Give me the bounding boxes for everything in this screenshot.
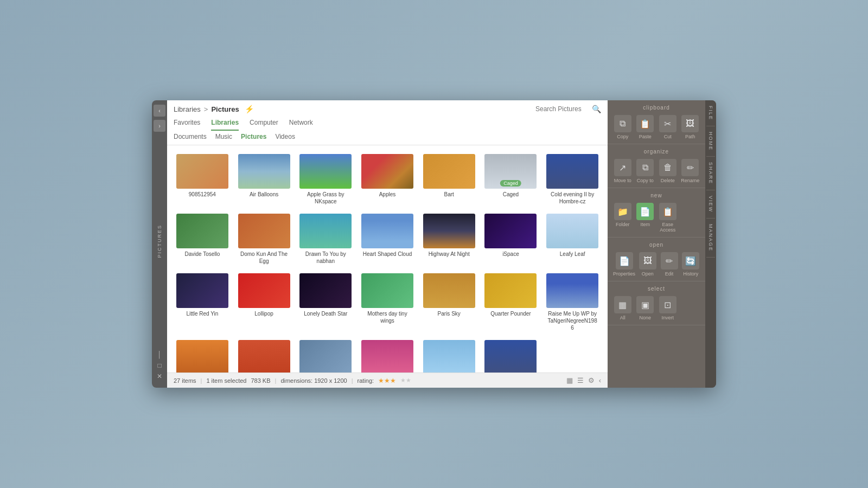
list-view-icon[interactable]: ☰ (577, 376, 584, 384)
file-item[interactable]: by Optiv (482, 338, 540, 373)
new-item-button[interactable]: 📄 Item (636, 203, 655, 233)
file-grid: 908512954Air BalloonsApple Grass by NKsp… (174, 152, 601, 373)
tab-manage[interactable]: MANAGE (706, 219, 715, 258)
copy-button[interactable]: ⧉ Copy (613, 115, 633, 139)
file-name: Little Red Yin (186, 310, 218, 317)
file-item[interactable]: Apples (359, 152, 416, 207)
search-icon[interactable]: 🔍 (592, 105, 601, 113)
file-item[interactable]: Highway At Night (420, 211, 478, 267)
stars-filled[interactable]: ★★★ (378, 377, 396, 384)
file-thumbnail (361, 340, 413, 373)
file-item[interactable]: 908512954 (174, 152, 231, 207)
nav-tabs: Favorites Libraries Computer Network (174, 117, 601, 131)
file-item[interactable]: Raise Me Up WP by TaNgeriNegreeN1986 (544, 271, 601, 333)
file-name: 908512954 (189, 191, 216, 198)
section-label: PICTURES (157, 224, 162, 258)
tab-home[interactable]: HOME (706, 126, 715, 157)
file-item[interactable]: Way To Nowhere (420, 338, 478, 373)
file-thumbnail (423, 340, 475, 373)
tab-file[interactable]: FILE (706, 100, 715, 126)
file-item[interactable]: Through The (297, 338, 354, 373)
file-item[interactable]: Paris Sky (420, 271, 478, 333)
file-item[interactable]: Little Red Yin (174, 271, 231, 333)
refresh-icon[interactable]: ⚡ (245, 105, 254, 113)
open-button[interactable]: 🖼 Open (639, 252, 657, 277)
breadcrumb-current[interactable]: Pictures (211, 105, 239, 113)
settings-icon[interactable]: ⚙ (588, 376, 595, 384)
file-item[interactable]: Lonely Death Star (297, 271, 354, 333)
caged-badge: Caged (500, 180, 521, 187)
tab-network[interactable]: Network (289, 117, 313, 131)
tab-computer[interactable]: Computer (250, 117, 278, 131)
organize-title: organize (613, 149, 700, 155)
file-item[interactable]: Heart Shaped Cloud (359, 211, 416, 267)
copy-to-button[interactable]: ⧉ Copy to (636, 159, 655, 183)
sub-tab-documents[interactable]: Documents (174, 132, 207, 142)
file-item[interactable]: iSpace (482, 211, 540, 267)
sub-tab-pictures[interactable]: Pictures (241, 132, 266, 142)
history-button[interactable]: 🔄 History (681, 252, 700, 277)
file-thumbnail (546, 154, 598, 189)
file-name: Paris Sky (438, 310, 461, 317)
file-name: Caged (503, 191, 519, 198)
properties-button[interactable]: 📄 Properties (613, 252, 635, 277)
rename-button[interactable]: ✏ Rename (681, 159, 700, 183)
delete-button[interactable]: 🗑 Delete (658, 159, 678, 183)
tab-share[interactable]: SHARE (706, 157, 715, 190)
collapse-icon[interactable]: ‹ (599, 376, 601, 384)
select-all-button[interactable]: ▦ All (613, 296, 633, 320)
sub-tabs: Documents Music Pictures Videos (174, 131, 601, 145)
cut-button[interactable]: ✂ Cut (658, 115, 678, 139)
back-button[interactable]: ‹ (154, 105, 165, 117)
file-thumbnail (299, 340, 352, 373)
file-item[interactable]: Leafy Leaf (544, 211, 601, 267)
close-icon[interactable]: ✕ (157, 373, 162, 380)
file-item[interactable]: Bart (420, 152, 478, 207)
grid-view-icon[interactable]: ▦ (566, 376, 573, 384)
file-item[interactable]: Quarter Pounder (482, 271, 540, 333)
file-thumbnail (238, 154, 290, 189)
ease-access-button[interactable]: 📋 Ease Access (658, 203, 678, 233)
file-thumbnail (361, 273, 413, 308)
breadcrumb-parent[interactable]: Libraries (174, 105, 201, 113)
file-item[interactable]: Mothers day tiny wings (359, 271, 416, 333)
vertical-tabs: FILE HOME SHARE VIEW MANAGE (705, 100, 716, 388)
file-item[interactable]: Air Balloons (235, 152, 293, 207)
sub-tab-videos[interactable]: Videos (275, 132, 295, 142)
tab-view[interactable]: VIEW (706, 190, 715, 219)
file-grid-container[interactable]: 908512954Air BalloonsApple Grass by NKsp… (167, 145, 608, 373)
file-item[interactable]: Domo Kun And The Egg (235, 211, 293, 267)
file-item[interactable]: Lollipop (235, 271, 293, 333)
file-item[interactable]: The Portofino Bay (235, 338, 293, 373)
tab-favorites[interactable]: Favorites (174, 117, 200, 131)
select-none-button[interactable]: ▣ None (636, 296, 655, 320)
stars-empty[interactable]: ★★ (400, 377, 411, 384)
file-thumbnail (299, 214, 352, 248)
sub-tab-music[interactable]: Music (215, 132, 232, 142)
file-item[interactable]: Cold evening II by Hombre-cz (544, 152, 601, 207)
file-item[interactable]: Cinque Terre (174, 338, 231, 373)
move-to-button[interactable]: ↗ Move to (613, 159, 633, 183)
select-invert-button[interactable]: ⊡ Invert (658, 296, 678, 320)
rating-label: rating: (358, 377, 374, 384)
file-item[interactable]: CagedCaged (482, 152, 540, 207)
paste-button[interactable]: 📋 Paste (636, 115, 655, 139)
file-item[interactable]: Apple Grass by NKspace (297, 152, 354, 207)
maximize-icon[interactable]: □ (157, 362, 161, 369)
search-input[interactable] (535, 105, 590, 113)
edit-button[interactable]: ✏ Edit (660, 252, 679, 277)
file-thumbnail (484, 340, 537, 373)
forward-button[interactable]: › (154, 120, 165, 132)
path-button[interactable]: 🖼 Path (681, 115, 700, 139)
minimize-icon[interactable]: │ (157, 351, 162, 358)
file-thumbnail (361, 154, 413, 189)
tab-libraries[interactable]: Libraries (211, 117, 239, 131)
file-item[interactable]: Drawn To You by nabhan (297, 211, 354, 267)
new-folder-button[interactable]: 📁 Folder (613, 203, 633, 233)
file-thumbnail (238, 273, 290, 308)
file-item[interactable]: Veni Vidi Venice (359, 338, 416, 373)
file-name: Lollipop (254, 310, 273, 317)
file-name: Cold evening II by Hombre-cz (546, 191, 598, 205)
file-item[interactable]: Davide Tosello (174, 211, 231, 267)
file-thumbnail (238, 340, 290, 373)
